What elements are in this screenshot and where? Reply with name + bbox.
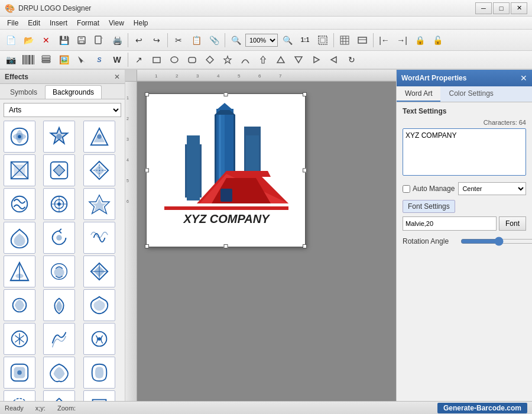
star-tool[interactable] — [219, 51, 236, 68]
text-button[interactable]: W — [109, 51, 125, 68]
barcode-button[interactable] — [20, 51, 37, 68]
canvas-scroll-area[interactable]: XYZ COMPANY — [137, 82, 396, 401]
font-input[interactable] — [403, 216, 497, 231]
minimize-button[interactable]: ─ — [475, 2, 492, 14]
handle-bot-right[interactable] — [303, 244, 307, 248]
symbol-item[interactable] — [4, 154, 35, 186]
symbol-item[interactable] — [83, 222, 115, 254]
symbol-item[interactable] — [4, 222, 35, 254]
effects-close-button[interactable]: ✕ — [114, 73, 120, 81]
ellipse-tool[interactable] — [166, 51, 183, 68]
font-button[interactable]: Font — [499, 216, 526, 231]
new-button[interactable]: 📄 — [2, 32, 19, 48]
symbol-item[interactable] — [83, 323, 115, 355]
category-dropdown[interactable]: ArtsShapesNatureBusiness — [4, 103, 121, 117]
symbol-item[interactable] — [43, 289, 75, 321]
undo-button[interactable]: ↩ — [131, 32, 147, 48]
diamond-tool[interactable] — [202, 51, 218, 68]
svg-text:4: 4 — [217, 73, 220, 79]
layers-button[interactable] — [38, 51, 54, 68]
symbol-item[interactable] — [83, 154, 115, 186]
camera-button[interactable]: 📷 — [2, 51, 19, 68]
menu-insert[interactable]: Insert — [45, 18, 72, 28]
copy-button[interactable]: 📋 — [188, 32, 205, 48]
arrow-tool[interactable] — [255, 51, 271, 68]
symbol-item[interactable] — [43, 255, 75, 287]
menu-edit[interactable]: Edit — [23, 18, 45, 28]
maximize-button[interactable]: □ — [493, 2, 510, 14]
triangle-tool[interactable] — [273, 51, 289, 68]
symbol-item[interactable] — [4, 121, 35, 153]
symbol-item[interactable] — [83, 255, 115, 287]
align-left-btn[interactable]: |← — [376, 32, 392, 48]
lock-button[interactable]: 🔒 — [411, 32, 428, 48]
cut-button[interactable]: ✂ — [170, 32, 187, 48]
tab-backgrounds[interactable]: Backgrounds — [45, 85, 102, 99]
auto-manage-checkbox[interactable] — [403, 185, 410, 193]
close-doc-button[interactable]: ✕ — [38, 32, 54, 48]
symbol-item[interactable] — [4, 289, 35, 321]
tab-word-art[interactable]: Word Art — [397, 86, 440, 102]
zoom-ratio-button[interactable]: 1:1 — [297, 32, 313, 48]
symbol-item[interactable] — [43, 154, 75, 186]
fit-button[interactable] — [314, 32, 331, 48]
rect-tool[interactable] — [148, 51, 165, 68]
arc-tool[interactable] — [237, 51, 254, 68]
export-button[interactable] — [91, 32, 108, 48]
symbol-item[interactable] — [83, 121, 115, 153]
symbol-item[interactable] — [43, 323, 75, 355]
symbol-item[interactable] — [43, 121, 75, 153]
paste-button[interactable]: 📎 — [206, 32, 222, 48]
title-bar: 🎨 DRPU LOGO Designer ─ □ ✕ — [0, 0, 532, 17]
align-right-btn[interactable]: →| — [394, 32, 410, 48]
unlock-button[interactable]: 🔓 — [429, 32, 446, 48]
tab-color-settings[interactable]: Color Settings — [440, 86, 501, 102]
rounded-rect-tool[interactable] — [184, 51, 200, 68]
align-select[interactable]: CenterLeftRightJustify — [458, 182, 526, 195]
refresh-tool[interactable]: ↻ — [343, 51, 360, 68]
print-button[interactable]: 🖨️ — [109, 32, 125, 48]
redo-button[interactable]: ↪ — [148, 32, 165, 48]
menu-format[interactable]: Format — [72, 18, 104, 28]
word-art-button[interactable]: S — [91, 51, 108, 68]
design-canvas[interactable]: XYZ COMPANY — [146, 93, 306, 247]
zoom-in-button[interactable]: 🔍 — [228, 32, 244, 48]
symbol-item[interactable] — [83, 289, 115, 321]
zoom-out-button[interactable]: 🔍 — [279, 32, 296, 48]
close-button[interactable]: ✕ — [511, 2, 527, 14]
back-play-tool[interactable] — [326, 51, 342, 68]
zoom-select[interactable]: 100%50%150%200% — [245, 34, 278, 47]
rotation-slider[interactable] — [460, 237, 532, 246]
symbol-item[interactable] — [43, 390, 75, 401]
symbol-item[interactable] — [4, 357, 35, 389]
open-button[interactable]: 📂 — [20, 32, 37, 48]
text-input[interactable]: XYZ COMPANY — [403, 128, 526, 176]
symbol-item[interactable] — [83, 188, 115, 220]
symbol-item[interactable] — [4, 188, 35, 220]
menu-file[interactable]: File — [2, 18, 23, 28]
tab-symbols[interactable]: Symbols — [2, 85, 45, 99]
down-triangle-tool[interactable] — [290, 51, 307, 68]
symbol-item[interactable] — [43, 357, 75, 389]
auto-manage-label[interactable]: Auto Manage — [403, 185, 455, 193]
cursor-tool[interactable]: ↗ — [131, 51, 147, 68]
grid-button[interactable] — [336, 32, 353, 48]
symbol-item[interactable] — [43, 222, 75, 254]
handle-bot-mid[interactable] — [224, 244, 228, 248]
symbol-item[interactable] — [83, 357, 115, 389]
symbol-item[interactable] — [83, 390, 115, 401]
save-button[interactable]: 💾 — [56, 32, 72, 48]
symbol-item[interactable] — [4, 323, 35, 355]
menu-help[interactable]: Help — [129, 18, 153, 28]
wordart-close-button[interactable]: ✕ — [520, 73, 527, 83]
handle-bot-left[interactable] — [145, 244, 149, 248]
symbol-item[interactable] — [43, 188, 75, 220]
play-tool[interactable] — [308, 51, 325, 68]
properties-button[interactable] — [354, 32, 371, 48]
symbol-item[interactable] — [4, 255, 35, 287]
photo-button[interactable]: 🖼️ — [56, 51, 72, 68]
save-as-button[interactable] — [73, 32, 90, 48]
menu-view[interactable]: View — [104, 18, 129, 28]
symbol-item[interactable] — [4, 390, 35, 401]
select-button[interactable] — [73, 51, 90, 68]
